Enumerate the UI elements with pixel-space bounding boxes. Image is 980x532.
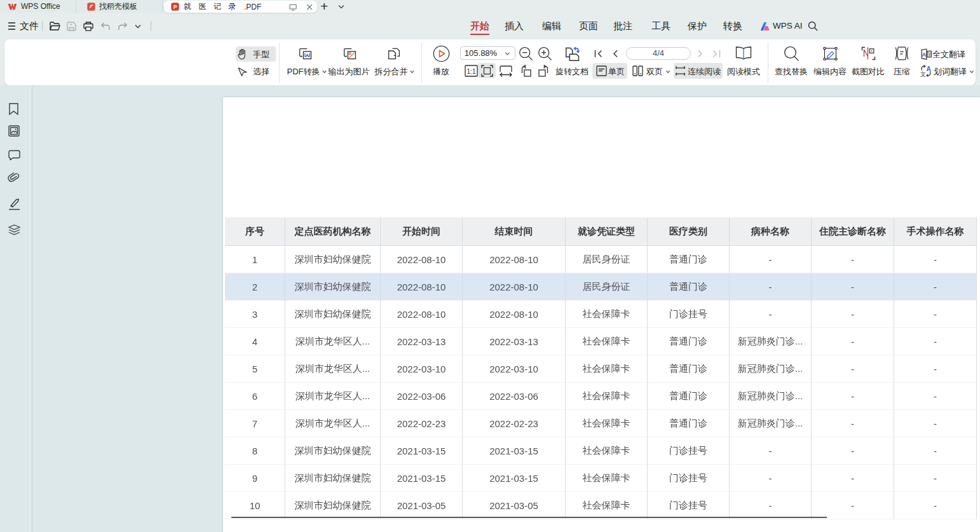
svg-text:文: 文 bbox=[920, 71, 926, 77]
svg-text:字: 字 bbox=[927, 52, 932, 57]
svg-text:A: A bbox=[926, 65, 930, 72]
svg-text:A: A bbox=[922, 51, 927, 58]
svg-text:P: P bbox=[174, 4, 177, 10]
svg-text:1:1: 1:1 bbox=[467, 68, 476, 75]
